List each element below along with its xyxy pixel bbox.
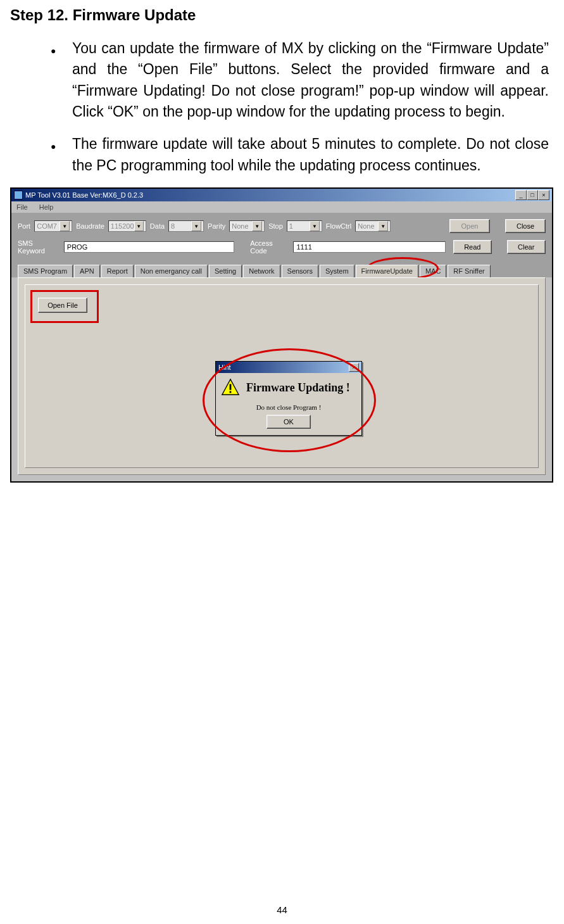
app-window: MP Tool V3.01 Base Ver:MX6_D 0.2.3 _ □ ×…: [11, 188, 553, 482]
access-code-input[interactable]: 1111: [293, 241, 445, 253]
port-combo[interactable]: COM7▼: [34, 220, 72, 232]
chevron-down-icon: ▼: [191, 221, 201, 231]
access-label: Access Code: [250, 239, 289, 255]
bullet-item: ● You can update the firmware of MX by c…: [54, 38, 549, 122]
open-button[interactable]: Open: [449, 219, 490, 233]
parity-label: Parity: [208, 222, 225, 230]
tab-report[interactable]: Report: [101, 265, 134, 277]
sms-keyword-input[interactable]: PROG: [64, 241, 234, 253]
flow-label: FlowCtrl: [326, 222, 351, 230]
bullet-text: You can update the firmware of MX by cli…: [72, 40, 549, 120]
tab-network[interactable]: Network: [243, 265, 280, 277]
chevron-down-icon: ▼: [134, 221, 144, 231]
hint-dialog: Hint × Firmware Updating ! Do not close: [215, 361, 362, 436]
stop-label: Stop: [268, 222, 283, 230]
bullet-text: The firmware update will take about 5 mi…: [72, 136, 549, 173]
svg-rect-1: [230, 384, 232, 389]
dialog-titlebar: Hint ×: [216, 362, 361, 373]
dialog-sub-text: Do not close Program !: [216, 402, 361, 415]
tab-apn[interactable]: APN: [74, 265, 100, 277]
bullet-item: ● The firmware update will take about 5 …: [54, 134, 549, 176]
chevron-down-icon: ▼: [60, 221, 70, 231]
tab-setting[interactable]: Setting: [209, 265, 242, 277]
tab-mac[interactable]: MAC: [420, 265, 446, 277]
titlebar: MP Tool V3.01 Base Ver:MX6_D 0.2.3 _ □ ×: [11, 189, 552, 201]
menu-help[interactable]: Help: [39, 203, 54, 211]
screenshot-frame: MP Tool V3.01 Base Ver:MX6_D 0.2.3 _ □ ×…: [10, 187, 553, 483]
toolbar: Port COM7▼ Baudrate 115200▼ Data 8▼ Pari…: [11, 213, 552, 260]
flow-combo[interactable]: None▼: [355, 220, 391, 232]
maximize-button[interactable]: □: [527, 190, 538, 200]
warning-icon: [221, 378, 240, 397]
inner-panel: Open File Hint ×: [25, 284, 539, 468]
dialog-close-button[interactable]: ×: [349, 363, 359, 372]
tab-non-emergency-call[interactable]: Non emergancy call: [135, 265, 208, 277]
close-conn-button[interactable]: Close: [505, 219, 546, 233]
tab-firmware-update[interactable]: FirmwareUpdate: [356, 265, 418, 277]
dialog-ok-button[interactable]: OK: [266, 415, 311, 429]
parity-combo[interactable]: None▼: [229, 220, 265, 232]
tab-sensors[interactable]: Sensors: [282, 265, 318, 277]
dialog-main-text: Firmware Updating !: [246, 381, 350, 395]
tab-rf-sniffer[interactable]: RF Sniffer: [448, 265, 490, 277]
bullet-list: ● You can update the firmware of MX by c…: [10, 38, 554, 176]
app-icon: [14, 191, 23, 199]
firmware-update-pane: Open File Hint ×: [18, 277, 546, 475]
clear-button[interactable]: Clear: [507, 240, 546, 254]
open-file-button[interactable]: Open File: [38, 298, 87, 313]
bullet-dot: ●: [51, 140, 56, 153]
tab-strip: SMS Program APN Report Non emergancy cal…: [11, 260, 552, 277]
baud-combo[interactable]: 115200▼: [108, 220, 146, 232]
chevron-down-icon: ▼: [252, 221, 262, 231]
data-label: Data: [150, 222, 165, 230]
port-label: Port: [18, 222, 30, 230]
close-button[interactable]: ×: [538, 190, 549, 200]
menubar: File Help: [11, 201, 552, 213]
sms-label: SMS Keyword: [18, 239, 60, 255]
menu-file[interactable]: File: [16, 203, 28, 211]
svg-rect-2: [230, 391, 232, 393]
chevron-down-icon: ▼: [378, 221, 388, 231]
dialog-title-text: Hint: [218, 364, 231, 371]
step-title: Step 12. Firmware Update: [10, 6, 554, 24]
window-title: MP Tool V3.01 Base Ver:MX6_D 0.2.3: [25, 191, 143, 199]
tab-sms-program[interactable]: SMS Program: [18, 265, 73, 277]
minimize-button[interactable]: _: [515, 190, 527, 200]
read-button[interactable]: Read: [453, 240, 492, 254]
stop-combo[interactable]: 1▼: [287, 220, 322, 232]
baud-label: Baudrate: [76, 222, 104, 230]
bullet-dot: ●: [51, 44, 56, 57]
chevron-down-icon: ▼: [310, 221, 320, 231]
data-combo[interactable]: 8▼: [168, 220, 204, 232]
page-number: 44: [0, 904, 564, 915]
tab-system[interactable]: System: [320, 265, 354, 277]
